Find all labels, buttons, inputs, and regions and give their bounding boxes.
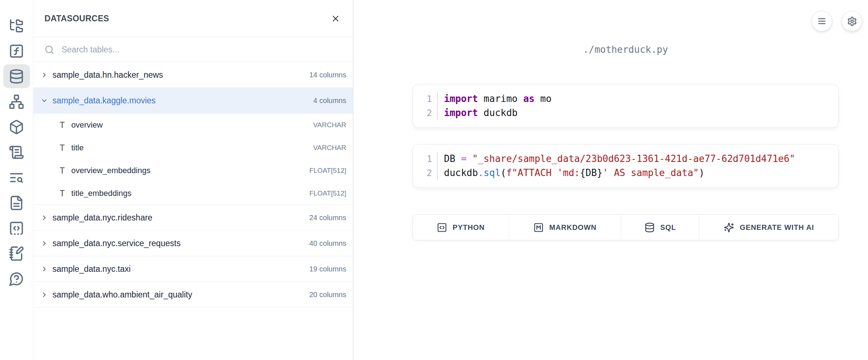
table-name: sample_data.nyc.rideshare bbox=[52, 213, 309, 223]
column-row[interactable]: Ttitle_embeddingsFLOAT[512] bbox=[34, 182, 353, 205]
column-name: title_embeddings bbox=[71, 189, 309, 198]
chevron-right-icon bbox=[41, 240, 48, 247]
sparkles-icon bbox=[724, 222, 734, 233]
table-column-count: 24 columns bbox=[309, 214, 346, 222]
sidebar-notebook-pen-icon[interactable] bbox=[3, 241, 30, 265]
table-column-count: 40 columns bbox=[309, 239, 346, 248]
sidebar-database-icon[interactable] bbox=[3, 64, 30, 88]
search-icon bbox=[45, 45, 54, 55]
sidebar-slot bbox=[3, 266, 30, 291]
datasources-panel: DATASOURCES sample_data.hn.hacker_news14… bbox=[34, 0, 353, 360]
sidebar-slot bbox=[3, 241, 30, 266]
column-datatype: FLOAT[512] bbox=[309, 189, 346, 197]
column-row[interactable]: ToverviewVARCHAR bbox=[34, 113, 353, 136]
add-cell-button-label: MARKDOWN bbox=[549, 223, 597, 232]
sidebar-slot bbox=[3, 140, 30, 165]
chevron-right-icon bbox=[41, 265, 48, 273]
table-name: sample_data.who.ambient_air_quality bbox=[52, 290, 309, 300]
code-line: duckdb.sql(f"ATTACH 'md:{DB}' AS sample_… bbox=[444, 166, 838, 180]
line-number: 2 bbox=[427, 166, 432, 180]
chevron-right-icon bbox=[41, 71, 48, 79]
code-editor[interactable]: import marimo as moimport duckdb bbox=[438, 92, 838, 120]
table-row[interactable]: sample_data.hn.hacker_news14 columns bbox=[34, 62, 353, 88]
markdown-square-icon bbox=[533, 222, 544, 233]
chevron-right-icon bbox=[41, 291, 48, 299]
column-datatype: FLOAT[512] bbox=[309, 167, 346, 175]
chevron-down-icon bbox=[41, 97, 48, 104]
search-input[interactable] bbox=[61, 44, 342, 55]
sidebar-slot bbox=[3, 165, 30, 190]
sidebar-file-text-icon[interactable] bbox=[3, 191, 30, 215]
line-number-gutter: 12 bbox=[413, 92, 438, 120]
column-type-text-icon: T bbox=[58, 189, 66, 198]
close-panel-button[interactable] bbox=[329, 12, 342, 25]
table-column-count: 14 columns bbox=[309, 71, 346, 79]
column-type-text-icon: T bbox=[58, 143, 66, 153]
code-cell[interactable]: 12DB = "_share/sample_data/23b0d623-1361… bbox=[412, 144, 839, 188]
table-row[interactable]: sample_data.who.ambient_air_quality20 co… bbox=[34, 282, 353, 308]
table-row[interactable]: sample_data.nyc.service_requests40 colum… bbox=[34, 231, 353, 256]
sidebar-network-icon[interactable] bbox=[3, 90, 30, 113]
table-column-count: 19 columns bbox=[309, 265, 346, 273]
column-name: overview bbox=[71, 120, 313, 130]
column-row[interactable]: TtitleVARCHAR bbox=[34, 136, 353, 159]
tables-list: sample_data.hn.hacker_news14 columnssamp… bbox=[34, 62, 353, 308]
code-line: DB = "_share/sample_data/23b0d623-1361-4… bbox=[444, 152, 838, 166]
sidebar-scroll-text-icon[interactable] bbox=[3, 140, 30, 164]
sidebar-text-search-icon[interactable] bbox=[3, 166, 30, 189]
line-number-gutter: 12 bbox=[413, 152, 438, 180]
table-name: sample_data.nyc.service_requests bbox=[52, 239, 309, 248]
settings-button[interactable] bbox=[842, 11, 862, 31]
database-icon bbox=[644, 222, 655, 233]
code-line: import marimo as mo bbox=[444, 92, 838, 106]
column-type-text-icon: T bbox=[58, 166, 66, 175]
column-name: title bbox=[71, 143, 313, 153]
sidebar-folder-tree-icon[interactable] bbox=[3, 14, 30, 38]
table-search-row bbox=[34, 37, 353, 62]
menu-button[interactable] bbox=[812, 11, 832, 31]
add-cell-markdown-button[interactable]: MARKDOWN bbox=[509, 215, 621, 240]
sidebar-slot bbox=[3, 89, 30, 114]
table-name: sample_data.kaggle.movies bbox=[52, 96, 313, 106]
add-cell-python-button[interactable]: PYTHON bbox=[413, 215, 509, 240]
sidebar-help-chat-icon[interactable] bbox=[3, 267, 30, 291]
activity-sidebar bbox=[0, 0, 33, 360]
code-line: import duckdb bbox=[444, 106, 838, 120]
add-cell-button-label: PYTHON bbox=[453, 223, 485, 232]
line-number: 1 bbox=[427, 92, 432, 106]
sidebar-box-icon[interactable] bbox=[3, 115, 30, 139]
add-cell-generate-with-ai-button[interactable]: GENERATE WITH AI bbox=[699, 215, 838, 240]
add-cell-button-label: GENERATE WITH AI bbox=[740, 223, 814, 232]
table-row[interactable]: sample_data.nyc.rideshare24 columns bbox=[34, 205, 353, 231]
marimo-app: DATASOURCES sample_data.hn.hacker_news14… bbox=[0, 0, 868, 360]
line-number: 2 bbox=[427, 106, 432, 120]
table-name: sample_data.nyc.taxi bbox=[52, 264, 309, 274]
column-type-text-icon: T bbox=[58, 120, 66, 130]
line-number: 1 bbox=[427, 152, 432, 166]
notebook-filename[interactable]: ./motherduck.py bbox=[412, 44, 839, 55]
table-row[interactable]: sample_data.kaggle.movies4 columns bbox=[34, 88, 353, 113]
sidebar-slot bbox=[3, 13, 30, 38]
code-editor[interactable]: DB = "_share/sample_data/23b0d623-1361-4… bbox=[438, 152, 838, 180]
code-square-icon bbox=[437, 222, 447, 233]
table-column-count: 4 columns bbox=[313, 97, 346, 105]
sidebar-slot bbox=[3, 215, 30, 241]
sidebar-code-square-dashed-icon[interactable] bbox=[3, 216, 30, 240]
column-name: overview_embeddings bbox=[71, 166, 309, 175]
add-cell-sql-button[interactable]: SQL bbox=[621, 215, 699, 240]
datasources-panel-header: DATASOURCES bbox=[34, 0, 353, 37]
column-row[interactable]: Toverview_embeddingsFLOAT[512] bbox=[34, 159, 353, 182]
chevron-right-icon bbox=[41, 214, 48, 222]
column-datatype: VARCHAR bbox=[313, 121, 347, 129]
table-name: sample_data.hn.hacker_news bbox=[52, 70, 309, 80]
sidebar-function-square-icon[interactable] bbox=[3, 39, 30, 63]
column-datatype: VARCHAR bbox=[313, 144, 347, 152]
cells-container: 12import marimo as moimport duckdb12DB =… bbox=[412, 84, 839, 188]
table-row[interactable]: sample_data.nyc.taxi19 columns bbox=[34, 256, 353, 282]
code-cell[interactable]: 12import marimo as moimport duckdb bbox=[412, 84, 839, 128]
add-cell-button-label: SQL bbox=[660, 223, 676, 232]
add-cell-bar: PYTHONMARKDOWNSQLGENERATE WITH AI bbox=[412, 214, 839, 240]
notebook-content: ./motherduck.py 12import marimo as moimp… bbox=[412, 0, 839, 240]
table-columns-group: ToverviewVARCHARTtitleVARCHARToverview_e… bbox=[34, 113, 353, 205]
notebook-toolbar bbox=[812, 11, 862, 31]
